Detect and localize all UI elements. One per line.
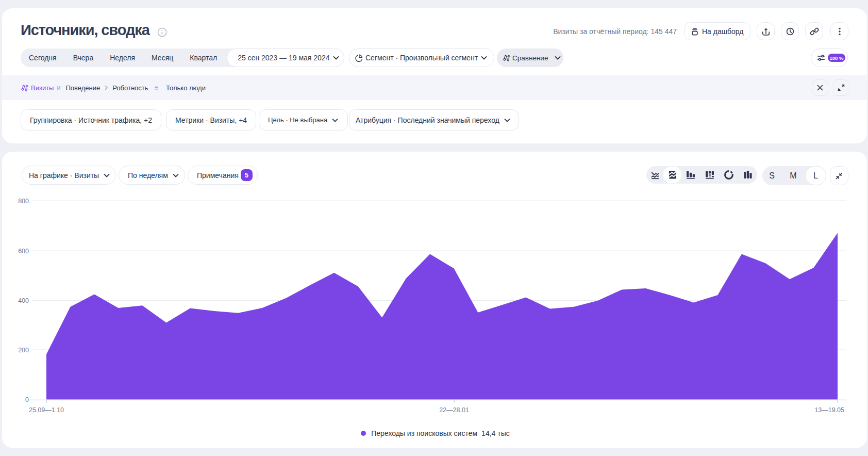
svg-text:200: 200 xyxy=(18,347,29,354)
svg-text:400: 400 xyxy=(18,297,29,304)
svg-text:25.09—1.10: 25.09—1.10 xyxy=(29,406,64,414)
svg-text:22—28.01: 22—28.01 xyxy=(439,406,469,414)
svg-text:13—19.05: 13—19.05 xyxy=(814,406,844,414)
svg-text:600: 600 xyxy=(18,248,29,255)
svg-text:0: 0 xyxy=(25,396,29,403)
svg-text:800: 800 xyxy=(18,198,29,205)
